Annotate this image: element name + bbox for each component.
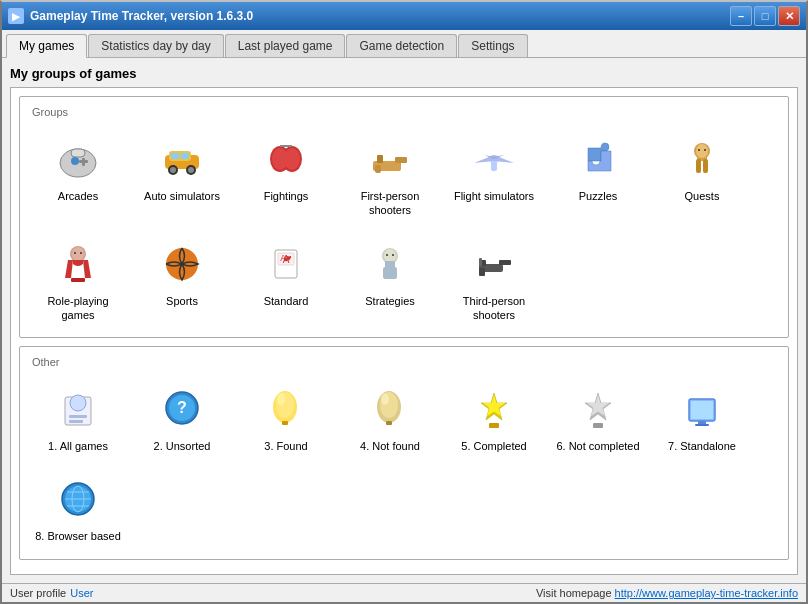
tps-label: Third-person shooters — [449, 294, 539, 323]
svg-rect-21 — [375, 165, 381, 173]
svg-point-10 — [170, 167, 176, 173]
group-standard[interactable]: A ♥ A♥ Standard — [236, 229, 336, 330]
rpg-icon — [51, 236, 105, 290]
homepage-link[interactable]: http://www.gameplay-time-tracker.info — [615, 587, 798, 599]
page-title: My groups of games — [10, 66, 798, 81]
not-found-icon — [363, 381, 417, 435]
auto-simulators-label: Auto simulators — [144, 189, 220, 203]
svg-rect-8 — [181, 153, 189, 159]
maximize-button[interactable]: □ — [754, 6, 776, 26]
svg-point-12 — [188, 167, 194, 173]
group-standalone[interactable]: 7. Standalone — [652, 374, 752, 460]
tab-my-games[interactable]: My games — [6, 34, 87, 58]
group-flight-simulators[interactable]: Flight simulators — [444, 124, 544, 225]
group-sports[interactable]: Sports — [132, 229, 232, 330]
tab-statistics[interactable]: Statistics day by day — [88, 34, 223, 57]
all-games-label: 1. All games — [48, 439, 108, 453]
quests-label: Quests — [685, 189, 720, 203]
quests-icon — [675, 131, 729, 185]
svg-rect-4 — [79, 160, 88, 163]
group-fps[interactable]: First-person shooters — [340, 124, 440, 225]
standalone-label: 7. Standalone — [668, 439, 736, 453]
group-browser-based[interactable]: 8. Browser based — [28, 464, 128, 550]
svg-point-43 — [73, 260, 83, 266]
group-fightings[interactable]: Fightings — [236, 124, 336, 225]
svg-rect-7 — [171, 153, 179, 159]
arcades-label: Arcades — [58, 189, 98, 203]
status-right: Visit homepage http://www.gameplay-time-… — [536, 587, 798, 599]
svg-point-74 — [381, 393, 389, 405]
group-completed[interactable]: 5. Completed — [444, 374, 544, 460]
unsorted-icon: ? — [155, 381, 209, 435]
group-tps[interactable]: Third-person shooters — [444, 229, 544, 330]
sports-label: Sports — [166, 294, 198, 308]
svg-marker-40 — [65, 260, 73, 278]
svg-rect-1 — [71, 149, 85, 157]
status-left: User profile User — [10, 587, 93, 599]
group-all-games[interactable]: 1. All games — [28, 374, 128, 460]
found-label: 3. Found — [264, 439, 307, 453]
main-content: My groups of games Groups — [2, 58, 806, 583]
minimize-button[interactable]: – — [730, 6, 752, 26]
flight-simulators-icon — [467, 131, 521, 185]
tab-settings[interactable]: Settings — [458, 34, 527, 57]
svg-text:?: ? — [177, 399, 187, 416]
group-auto-simulators[interactable]: Auto simulators — [132, 124, 232, 225]
main-window: ▶ Gameplay Time Tracker, version 1.6.3.0… — [0, 0, 808, 604]
groups-label: Groups — [28, 106, 72, 118]
titlebar-buttons: – □ ✕ — [730, 6, 800, 26]
svg-rect-71 — [282, 421, 288, 425]
window-title: Gameplay Time Tracker, version 1.6.3.0 — [30, 9, 730, 23]
tab-game-detection[interactable]: Game detection — [346, 34, 457, 57]
user-name[interactable]: User — [70, 587, 93, 599]
group-puzzles[interactable]: Puzzles — [548, 124, 648, 225]
titlebar: ▶ Gameplay Time Tracker, version 1.6.3.0… — [2, 2, 806, 30]
hint-text: Click on any group in this list to acces… — [11, 568, 797, 575]
svg-rect-31 — [703, 159, 708, 173]
svg-rect-81 — [695, 424, 709, 426]
unsorted-label: 2. Unsorted — [154, 439, 211, 453]
other-section: Other 1. All games — [19, 346, 789, 560]
arcades-icon — [51, 131, 105, 185]
app-icon: ▶ — [8, 8, 24, 24]
tab-last-played[interactable]: Last played game — [225, 34, 346, 57]
visit-label: Visit homepage — [536, 587, 615, 599]
completed-icon — [467, 381, 521, 435]
group-not-completed[interactable]: 6. Not completed — [548, 374, 648, 460]
svg-rect-64 — [69, 420, 83, 423]
strategies-label: Strategies — [365, 294, 415, 308]
group-found[interactable]: 3. Found — [236, 374, 336, 460]
svg-point-34 — [704, 149, 706, 151]
status-bar: User profile User Visit homepage http://… — [2, 583, 806, 602]
svg-rect-63 — [69, 415, 87, 418]
svg-point-51 — [384, 249, 396, 263]
close-button[interactable]: ✕ — [778, 6, 800, 26]
user-profile-label: User profile — [10, 587, 66, 599]
svg-point-33 — [698, 149, 700, 151]
svg-rect-75 — [386, 421, 392, 425]
fps-icon — [363, 131, 417, 185]
group-unsorted[interactable]: ? 2. Unsorted — [132, 374, 232, 460]
svg-rect-77 — [593, 423, 603, 428]
svg-point-37 — [74, 252, 76, 254]
svg-point-62 — [70, 395, 86, 411]
puzzles-icon — [571, 131, 625, 185]
group-quests[interactable]: Quests — [652, 124, 752, 225]
group-rpg[interactable]: Role-playing games — [28, 229, 128, 330]
scroll-container[interactable]: Groups Arcades — [10, 87, 798, 575]
fps-label: First-person shooters — [345, 189, 435, 218]
groups-grid: Arcades — [28, 124, 780, 329]
standard-icon: A ♥ A♥ — [259, 236, 313, 290]
svg-point-52 — [386, 254, 388, 256]
groups-section: Groups Arcades — [19, 96, 789, 338]
group-not-found[interactable]: 4. Not found — [340, 374, 440, 460]
found-icon — [259, 381, 313, 435]
svg-point-2 — [71, 157, 79, 165]
svg-rect-30 — [696, 159, 701, 173]
svg-text:A♥: A♥ — [280, 253, 291, 263]
svg-rect-54 — [385, 261, 395, 267]
svg-rect-55 — [383, 267, 397, 279]
puzzles-label: Puzzles — [579, 189, 618, 203]
group-strategies[interactable]: Strategies — [340, 229, 440, 330]
group-arcades[interactable]: Arcades — [28, 124, 128, 225]
